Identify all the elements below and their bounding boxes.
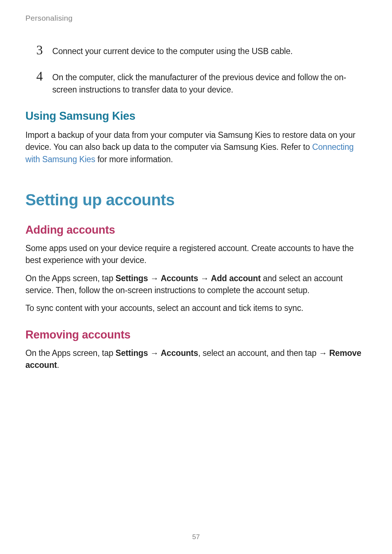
step-number-4: 4 bbox=[36, 70, 52, 83]
step-text-4: On the computer, click the manufacturer … bbox=[52, 70, 367, 96]
adding-para2-accounts: Accounts bbox=[161, 274, 198, 283]
heading-removing-accounts: Removing accounts bbox=[25, 328, 367, 341]
steps-list: 3 Connect your current device to the com… bbox=[25, 44, 367, 96]
adding-para2-arrow1: → bbox=[148, 274, 161, 283]
removing-accounts-para: On the Apps screen, tap Settings → Accou… bbox=[25, 347, 367, 372]
adding-para2-arrow2: → bbox=[198, 274, 211, 283]
step-number-3: 3 bbox=[36, 44, 52, 57]
adding-accounts-para-3: To sync content with your accounts, sele… bbox=[25, 302, 367, 314]
adding-para2-text1: On the Apps screen, tap bbox=[25, 274, 115, 283]
heading-setting-up-accounts: Setting up accounts bbox=[25, 191, 367, 209]
removing-text3: . bbox=[57, 360, 59, 370]
removing-text2: , select an account, and then tap bbox=[198, 348, 319, 358]
header-section-name: Personalising bbox=[25, 14, 367, 22]
page-number: 57 bbox=[192, 533, 200, 541]
removing-arrow2: → bbox=[319, 348, 329, 358]
step-text-3: Connect your current device to the compu… bbox=[52, 44, 293, 57]
heading-adding-accounts: Adding accounts bbox=[25, 223, 367, 237]
removing-text1: On the Apps screen, tap bbox=[25, 348, 115, 358]
adding-para2-settings: Settings bbox=[115, 274, 148, 283]
removing-settings: Settings bbox=[115, 348, 148, 358]
adding-accounts-para-2: On the Apps screen, tap Settings → Accou… bbox=[25, 272, 367, 297]
samsung-kies-text-1: Import a backup of your data from your c… bbox=[25, 130, 355, 152]
adding-para2-add-account: Add account bbox=[211, 274, 261, 283]
heading-samsung-kies: Using Samsung Kies bbox=[25, 110, 367, 123]
samsung-kies-text-2: for more information. bbox=[95, 155, 173, 164]
samsung-kies-paragraph: Import a backup of your data from your c… bbox=[25, 129, 367, 165]
adding-accounts-para-1: Some apps used on your device require a … bbox=[25, 242, 367, 267]
step-4: 4 On the computer, click the manufacture… bbox=[36, 70, 367, 96]
removing-arrow1: → bbox=[148, 348, 161, 358]
removing-accounts-bold: Accounts bbox=[161, 348, 198, 358]
step-3: 3 Connect your current device to the com… bbox=[36, 44, 367, 57]
